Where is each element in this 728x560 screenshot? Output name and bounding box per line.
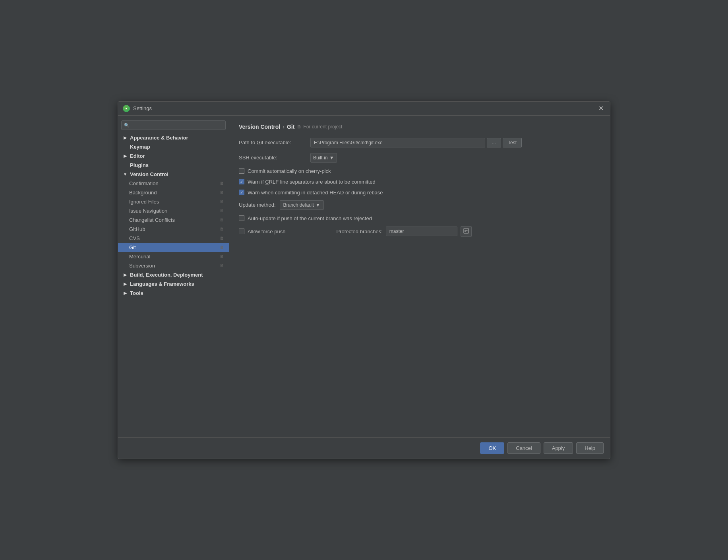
auto-update-row: Auto-update if push of the current branc… — [239, 215, 600, 221]
project-label: For current project — [303, 124, 342, 130]
sidebar-label-languages: Languages & Frameworks — [130, 281, 194, 287]
sidebar-label-keymap: Keymap — [130, 144, 150, 150]
sidebar-label-appearance: Appearance & Behavior — [130, 135, 188, 141]
sidebar-item-version-control[interactable]: ▼Version Control — [118, 170, 229, 179]
detached-head-row: Warn when committing in detached HEAD or… — [239, 190, 600, 196]
ssh-value: Built-in — [313, 155, 328, 161]
sidebar-label-confirmation: Confirmation — [129, 180, 159, 186]
auto-update-label: Auto-update if push of the current branc… — [248, 215, 372, 221]
detached-head-label: Warn when committing in detached HEAD or… — [248, 190, 383, 196]
sidebar-item-git[interactable]: Git🗎 — [118, 243, 229, 252]
sidebar-label-mercurial: Mercurial — [129, 254, 150, 260]
update-method-dropdown[interactable]: Branch default ▼ — [280, 200, 324, 210]
sidebar-label-cvs: CVS — [129, 235, 140, 241]
sidebar-item-editor[interactable]: ▶Editor — [118, 151, 229, 161]
help-button[interactable]: Help — [576, 442, 604, 454]
update-method-row: Update method: Branch default ▼ — [239, 200, 600, 210]
sidebar-item-changelist-conflicts[interactable]: Changelist Conflicts🗎 — [118, 215, 229, 225]
update-method-label: Update method: — [239, 202, 276, 208]
main-content: Version Control › Git 🗎 For current proj… — [229, 116, 610, 437]
sidebar-label-editor: Editor — [130, 153, 145, 159]
sidebar-item-cvs[interactable]: CVS🗎 — [118, 234, 229, 243]
page-icon-ignored-files: 🗎 — [220, 199, 224, 204]
breadcrumb: Version Control › Git 🗎 For current proj… — [239, 124, 600, 130]
protected-branches-input[interactable] — [386, 227, 457, 236]
crlf-checkbox[interactable] — [239, 179, 244, 184]
page-icon-confirmation: 🗎 — [220, 181, 224, 186]
sidebar-item-build[interactable]: ▶Build, Execution, Deployment — [118, 270, 229, 279]
sidebar-label-plugins: Plugins — [130, 162, 149, 168]
crlf-label: Warn if CRLF line separators are about t… — [248, 179, 376, 185]
page-icon-github: 🗎 — [220, 227, 224, 231]
sidebar-item-confirmation[interactable]: Confirmation🗎 — [118, 179, 229, 188]
sidebar-item-keymap[interactable]: Keymap — [118, 142, 229, 151]
page-icon-changelist-conflicts: 🗎 — [220, 217, 224, 222]
update-method-arrow: ▼ — [316, 202, 320, 208]
edit-icon — [463, 228, 469, 234]
sidebar-label-git: Git — [129, 244, 136, 250]
protected-branches-label: Protected branches: — [336, 229, 382, 234]
cherry-pick-row: Commit automatically on cherry-pick — [239, 168, 600, 174]
sidebar-item-appearance[interactable]: ▶Appearance & Behavior — [118, 133, 229, 142]
cherry-pick-label: Commit automatically on cherry-pick — [248, 168, 331, 174]
breadcrumb-project: 🗎 For current project — [297, 124, 342, 130]
ssh-dropdown[interactable]: Built-in ▼ — [310, 153, 337, 163]
ssh-row: SSH executable: Built-in ▼ — [239, 153, 600, 163]
force-push-checkbox[interactable] — [239, 229, 244, 234]
force-push-label: Allow force push — [248, 229, 285, 234]
sidebar-item-issue-navigation[interactable]: Issue Navigation🗎 — [118, 206, 229, 215]
title-bar: ● Settings ✕ — [118, 102, 610, 116]
crlf-row: Warn if CRLF line separators are about t… — [239, 179, 600, 185]
sidebar-item-ignored-files[interactable]: Ignored Files🗎 — [118, 197, 229, 206]
ok-button[interactable]: OK — [480, 442, 504, 454]
cancel-button[interactable]: Cancel — [507, 442, 540, 454]
tree-arrow-version-control: ▼ — [123, 172, 128, 176]
sidebar-label-changelist-conflicts: Changelist Conflicts — [129, 217, 175, 223]
dialog-body: 🔍 ▶Appearance & BehaviorKeymap▶EditorPlu… — [118, 116, 610, 437]
sidebar-item-subversion[interactable]: Subversion🗎 — [118, 261, 229, 270]
sidebar-item-background[interactable]: Background🗎 — [118, 188, 229, 197]
browse-button[interactable]: ... — [487, 138, 501, 147]
protected-branches-edit-button[interactable] — [461, 226, 472, 237]
tree-arrow-appearance: ▶ — [123, 136, 128, 140]
page-icon-git: 🗎 — [220, 245, 224, 250]
search-input[interactable] — [121, 120, 226, 130]
force-push-row: Allow force push Protected branches: — [239, 226, 600, 237]
cherry-pick-checkbox[interactable] — [239, 168, 244, 174]
page-icon-subversion: 🗎 — [220, 263, 224, 268]
sidebar-item-plugins[interactable]: Plugins — [118, 161, 229, 170]
close-button[interactable]: ✕ — [597, 105, 605, 112]
git-path-input[interactable] — [310, 138, 485, 147]
tree-arrow-editor: ▶ — [123, 154, 128, 158]
update-method-value: Branch default — [283, 202, 314, 208]
sidebar-label-tools: Tools — [130, 290, 143, 296]
page-icon-mercurial: 🗎 — [220, 254, 224, 259]
page-icon-cvs: 🗎 — [220, 236, 224, 240]
sidebar-label-version-control: Version Control — [130, 171, 168, 177]
search-box: 🔍 — [121, 120, 226, 130]
apply-button[interactable]: Apply — [544, 442, 573, 454]
page-icon-background: 🗎 — [220, 190, 224, 195]
app-icon: ● — [123, 105, 130, 112]
sidebar-label-github: GitHub — [129, 226, 145, 232]
breadcrumb-part1: Version Control — [239, 124, 280, 130]
test-button[interactable]: Test — [503, 138, 522, 147]
ssh-label: SSH executable: — [239, 155, 310, 161]
project-icon: 🗎 — [297, 124, 302, 130]
auto-update-checkbox[interactable] — [239, 215, 244, 221]
sidebar-item-tools[interactable]: ▶Tools — [118, 289, 229, 298]
search-icon: 🔍 — [124, 122, 130, 128]
tree-arrow-languages: ▶ — [123, 282, 128, 286]
sidebar-label-subversion: Subversion — [129, 263, 155, 269]
sidebar-item-github[interactable]: GitHub🗎 — [118, 225, 229, 234]
sidebar: 🔍 ▶Appearance & BehaviorKeymap▶EditorPlu… — [118, 116, 229, 437]
git-path-label: Path to Git executable: — [239, 140, 310, 145]
sidebar-label-build: Build, Execution, Deployment — [130, 272, 203, 278]
sidebar-item-mercurial[interactable]: Mercurial🗎 — [118, 252, 229, 261]
breadcrumb-part2: Git — [287, 124, 294, 130]
sidebar-item-languages[interactable]: ▶Languages & Frameworks — [118, 279, 229, 289]
page-icon-issue-navigation: 🗎 — [220, 208, 224, 213]
title-bar-left: ● Settings — [123, 105, 152, 112]
tree-arrow-build: ▶ — [123, 273, 128, 277]
detached-head-checkbox[interactable] — [239, 190, 244, 195]
